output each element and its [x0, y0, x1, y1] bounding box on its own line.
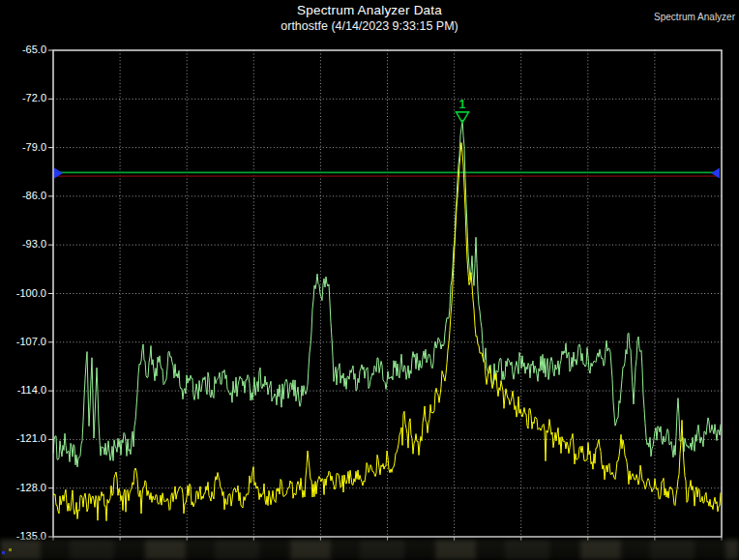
- artifact-speck: [9, 548, 12, 551]
- artifact-speck: [2, 551, 5, 554]
- spectrum-analyzer-window: Spectrum Analyzer Data orthostfe (4/14/2…: [0, 0, 739, 560]
- y-axis-tick-label: -86.0: [0, 189, 46, 202]
- y-axis-tick-label: -121.0: [0, 431, 46, 445]
- y-axis-tick-label: -114.0: [0, 383, 46, 397]
- y-axis-tick-label: -100.0: [0, 286, 46, 300]
- y-axis-tick-label: -128.0: [0, 481, 46, 494]
- y-axis-tick-label: -107.0: [0, 335, 46, 348]
- y-axis-tick-label: -65.0: [0, 43, 46, 56]
- peak-marker-label: 1: [459, 98, 466, 111]
- y-axis-tick-label: -93.0: [0, 237, 46, 251]
- y-axis-tick-label: -72.0: [0, 91, 46, 104]
- bottom-reflection-strip: [0, 540, 739, 560]
- y-axis-tick-label: -79.0: [0, 140, 46, 154]
- trace-b-average-yellow: [53, 143, 721, 521]
- spectrum-plot: 1: [0, 0, 739, 560]
